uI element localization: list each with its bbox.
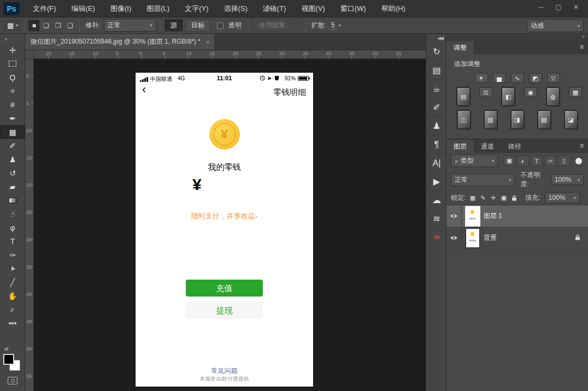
close-icon[interactable]: × xyxy=(206,39,209,45)
opacity-dropdown[interactable]: 100% ▾ xyxy=(551,174,584,185)
zoom-tool[interactable]: ⌕ xyxy=(0,303,25,316)
chevron-down-icon[interactable]: ▾ xyxy=(339,23,341,28)
tool-preset-picker[interactable]: ▩ ▾ xyxy=(4,20,21,31)
tab-通道[interactable]: 通道 xyxy=(474,140,501,153)
canvas[interactable]: 20151050510152025303540455055 0510152025… xyxy=(25,50,426,391)
history-panel-icon[interactable]: ↻ xyxy=(426,42,447,61)
menu-item-v[interactable]: 视图(V) xyxy=(293,0,332,17)
layer-thumbnail[interactable] xyxy=(466,207,479,226)
filter-shape-icon[interactable]: ▱ xyxy=(544,156,556,166)
photo-filter-icon[interactable]: ◉ xyxy=(524,87,537,97)
layer-visibility-toggle[interactable] xyxy=(446,205,462,227)
character-panel-icon[interactable]: A| xyxy=(426,153,447,172)
color-lookup-icon[interactable]: ▦ xyxy=(569,87,582,97)
exposure-icon[interactable]: ◩ xyxy=(529,73,542,83)
panel-collapse-icon[interactable]: » xyxy=(446,34,588,40)
workspace-dropdown[interactable]: 动感 ▾ xyxy=(527,20,584,32)
lock-all-icon[interactable] xyxy=(509,193,519,202)
path-selection-tool[interactable]: ➤ xyxy=(0,262,25,275)
menu-item-h[interactable]: 帮助(H) xyxy=(374,0,413,17)
history-brush-tool[interactable]: ↺ xyxy=(0,166,25,180)
fill-dropdown[interactable]: 100% ▾ xyxy=(545,192,580,203)
invert-icon[interactable]: ◫ xyxy=(457,110,471,129)
patch-mode-dropdown[interactable]: 正常 ▾ xyxy=(104,19,156,32)
pen-tool[interactable]: ✑ xyxy=(0,248,25,262)
patch-tool[interactable]: ▩ xyxy=(0,125,25,139)
actions-panel-icon[interactable]: ▶ xyxy=(426,172,447,191)
menu-item-s[interactable]: 选择(S) xyxy=(216,0,255,17)
lock-transparent-icon[interactable]: ▦ xyxy=(468,193,477,202)
filter-type-icon[interactable]: T xyxy=(531,156,543,166)
filter-smartobject-icon[interactable]: ▯ xyxy=(558,156,570,166)
menu-item-i[interactable]: 图像(I) xyxy=(103,0,139,17)
menu-item-t[interactable]: 滤镜(T) xyxy=(255,0,294,17)
brush-settings-panel-icon[interactable]: ✐ xyxy=(426,98,447,116)
clone-source-panel-icon[interactable]: ♟ xyxy=(426,116,447,135)
crop-tool[interactable]: # xyxy=(0,98,25,111)
levels-icon[interactable]: ▅ xyxy=(493,73,506,83)
close-icon[interactable]: ✕ xyxy=(567,0,585,14)
layer-filter-kind-dropdown[interactable]: ⌕ 类型 ▾ xyxy=(451,155,498,167)
filter-image-icon[interactable]: ▣ xyxy=(503,156,515,166)
quick-selection-tool[interactable]: ✧ xyxy=(0,84,25,98)
smudge-tool[interactable]: ☝ xyxy=(0,207,25,221)
marquee-tool[interactable] xyxy=(0,57,25,70)
move-tool[interactable]: ✛ xyxy=(0,43,25,57)
subtract-selection-icon[interactable]: ❐ xyxy=(52,20,63,31)
menu-item-y[interactable]: 文字(Y) xyxy=(177,0,216,17)
menu-item-l[interactable]: 图层(L) xyxy=(139,0,177,17)
brushes-panel-icon[interactable]: ☕ xyxy=(426,79,447,98)
hue-saturation-icon[interactable]: ▤ xyxy=(457,87,470,106)
paragraph-panel-icon[interactable]: ¶ xyxy=(426,135,447,153)
vibrance-icon[interactable]: ▽ xyxy=(547,73,560,83)
lock-position-icon[interactable]: ✛ xyxy=(489,193,498,202)
brightness-contrast-icon[interactable]: ☀ xyxy=(475,73,488,83)
diffusion-value[interactable]: 5 xyxy=(330,21,337,29)
gradient-map-icon[interactable]: ▧ xyxy=(538,110,551,129)
layer-row[interactable]: 背景 xyxy=(446,227,588,249)
layer-visibility-toggle[interactable] xyxy=(446,227,462,249)
blend-mode-dropdown[interactable]: 正常 ▾ xyxy=(451,174,515,186)
maximize-icon[interactable]: ▢ xyxy=(550,0,567,14)
filter-adjustment-icon[interactable]: ◐ xyxy=(517,156,529,166)
tab-图层[interactable]: 图层 xyxy=(446,140,474,153)
layer-row[interactable]: 图层 1 xyxy=(446,205,588,227)
transparent-checkbox[interactable] xyxy=(217,22,224,29)
swap-colors-icon[interactable]: ⇄ xyxy=(4,346,21,353)
lock-pixels-icon[interactable]: ✎ xyxy=(478,193,487,202)
layer-thumbnail[interactable] xyxy=(466,229,479,247)
curves-icon[interactable]: ∿ xyxy=(511,73,524,83)
more-tools[interactable]: ••• xyxy=(0,316,25,330)
menu-item-e[interactable]: 编辑(E) xyxy=(64,0,103,17)
tab-adjustments[interactable]: 调整 xyxy=(446,41,474,54)
patch-target-button[interactable]: 目标 xyxy=(185,19,210,32)
lock-artboard-icon[interactable]: ▣ xyxy=(499,193,508,202)
document-tab[interactable]: 微信图片_20190507105946.jpg @ 30% (图层 1, RGB… xyxy=(25,34,215,50)
menu-item-w[interactable]: 窗口(W) xyxy=(333,0,374,17)
panel-menu-icon[interactable]: ≡ xyxy=(580,142,584,150)
dock-collapse-icon[interactable]: ◀◀ xyxy=(426,34,446,42)
hand-tool[interactable]: ✋ xyxy=(0,289,25,303)
brush-tool[interactable]: ✐ xyxy=(0,139,25,152)
menu-item-f[interactable]: 文件(F) xyxy=(25,0,64,17)
textures-panel-icon[interactable]: ≋ xyxy=(426,209,447,228)
color-balance-icon[interactable]: ⚖ xyxy=(479,87,492,97)
eyedropper-tool[interactable]: ✒ xyxy=(0,111,25,125)
channel-mixer-icon[interactable]: ◍ xyxy=(546,87,560,106)
intersect-selection-icon[interactable]: ❑ xyxy=(64,20,75,31)
toolbox-collapse-icon[interactable]: » xyxy=(0,34,25,43)
styles-panel-icon[interactable]: ▤ xyxy=(426,61,447,79)
quick-mask-icon[interactable] xyxy=(8,377,17,384)
add-selection-icon[interactable]: ❏ xyxy=(40,20,51,31)
clone-stamp-tool[interactable]: ♟ xyxy=(0,152,25,166)
creative-cloud-panel-icon[interactable]: ☁ xyxy=(426,191,447,209)
tab-路径[interactable]: 路径 xyxy=(501,140,528,153)
posterize-icon[interactable]: ▥ xyxy=(484,110,497,129)
patch-source-button[interactable]: 源 xyxy=(164,19,183,32)
minimize-icon[interactable]: ─ xyxy=(532,0,550,14)
eraser-tool[interactable]: ▰ xyxy=(0,180,25,193)
panel-menu-icon[interactable]: ≡ xyxy=(580,43,584,51)
lasso-tool[interactable]: Ϙ xyxy=(0,70,25,84)
foreground-color-swatch[interactable] xyxy=(3,354,14,365)
dodge-tool[interactable]: φ xyxy=(0,221,25,234)
